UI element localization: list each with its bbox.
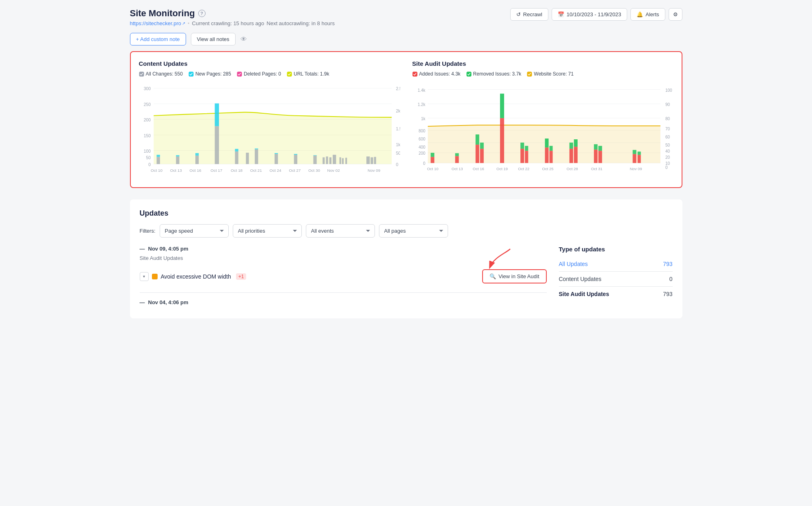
- divider-1: [140, 292, 547, 293]
- alerts-button[interactable]: 🔔 Alerts: [630, 8, 665, 21]
- svg-rect-108: [549, 151, 552, 163]
- svg-text:2.5k: 2.5k: [396, 86, 400, 91]
- arrow-annotation: 🔍 View in Site Audit: [482, 269, 546, 283]
- svg-rect-46: [333, 155, 336, 164]
- svg-text:100: 100: [665, 88, 672, 93]
- svg-rect-1: [189, 72, 193, 76]
- svg-text:150: 150: [143, 134, 151, 138]
- svg-rect-37: [274, 154, 277, 164]
- magnify-icon: 🔍: [489, 273, 496, 279]
- svg-rect-33: [235, 149, 238, 151]
- priority-indicator-1: [152, 274, 158, 279]
- date-range-button[interactable]: 📅 10/10/2023 - 11/9/2023: [552, 8, 627, 21]
- next-crawl: Next autocrawling: in 8 hours: [266, 20, 335, 26]
- separator-dot: •: [188, 20, 190, 26]
- svg-rect-107: [545, 138, 548, 147]
- settings-button[interactable]: ⚙: [669, 8, 682, 21]
- svg-rect-29: [195, 153, 198, 156]
- legend-all-changes-checkbox: [139, 71, 144, 77]
- svg-text:400: 400: [418, 145, 425, 149]
- svg-rect-118: [632, 154, 636, 163]
- updates-list: Nov 09, 4:05 pm Site Audit Updates ▾ Avo…: [140, 246, 547, 309]
- header-subtitle: https://sitechecker.pro • Current crawli…: [130, 20, 335, 26]
- content-updates-legend: All Changes: 550 New Pages: 285 Deleted …: [139, 71, 400, 77]
- site-audit-svg: 1.4k 1.2k 1k 800 600 400 200 0 100 90 80…: [412, 82, 673, 179]
- gear-icon: ⚙: [673, 11, 678, 17]
- alerts-label: Alerts: [645, 11, 659, 17]
- content-updates-chart-area: 300 250 200 150 100 50 0 2.5k 2k 1.5k 1k…: [139, 82, 400, 179]
- type-row-site-audit[interactable]: Site Audit Updates 793: [559, 288, 673, 300]
- svg-rect-2: [237, 72, 242, 76]
- update-name-1: Avoid excessive DOM width: [161, 273, 231, 280]
- svg-rect-92: [431, 157, 434, 163]
- svg-text:Oct 16: Oct 16: [472, 167, 484, 171]
- svg-text:Oct 16: Oct 16: [189, 168, 201, 173]
- svg-rect-113: [574, 139, 577, 147]
- svg-rect-40: [294, 154, 297, 155]
- help-icon[interactable]: ?: [198, 10, 206, 17]
- svg-rect-30: [214, 126, 219, 164]
- svg-rect-119: [632, 150, 636, 154]
- svg-rect-111: [569, 143, 573, 149]
- visibility-icon[interactable]: 👁: [240, 36, 247, 43]
- svg-text:0: 0: [423, 161, 425, 166]
- legend-website-score-checkbox: [527, 71, 532, 77]
- svg-rect-34: [246, 153, 249, 164]
- legend-deleted-pages: Deleted Pages: 0: [237, 71, 281, 77]
- svg-rect-42: [313, 155, 316, 156]
- svg-rect-35: [255, 149, 258, 164]
- type-row-all-updates[interactable]: All Updates 793: [559, 258, 673, 270]
- svg-rect-101: [500, 94, 504, 118]
- view-in-site-audit-button[interactable]: 🔍 View in Site Audit: [482, 269, 546, 283]
- svg-rect-3: [287, 72, 292, 76]
- svg-rect-26: [176, 156, 179, 164]
- site-url-link[interactable]: https://sitechecker.pro: [130, 20, 185, 26]
- svg-text:0: 0: [396, 162, 398, 167]
- site-audit-legend: Added Issues: 4.3k Removed Issues: 3.7k …: [412, 71, 673, 77]
- header-left: Site Monitoring ? https://sitechecker.pr…: [130, 8, 335, 26]
- updates-section: Updates Filters: Page speed All types Al…: [130, 199, 682, 318]
- legend-added-issues: Added Issues: 4.3k: [412, 71, 461, 77]
- legend-url-totals-checkbox: [287, 71, 292, 77]
- svg-text:Oct 17: Oct 17: [210, 168, 222, 173]
- svg-rect-105: [525, 146, 528, 151]
- filter-page-speed[interactable]: Page speed All types: [160, 224, 229, 238]
- svg-text:Nov 09: Nov 09: [368, 168, 381, 173]
- svg-rect-48: [342, 158, 343, 164]
- svg-text:Oct 24: Oct 24: [269, 168, 281, 173]
- type-of-updates-panel: Type of updates All Updates 793 Content …: [559, 246, 673, 309]
- svg-rect-98: [480, 149, 483, 163]
- svg-rect-99: [480, 143, 483, 149]
- view-all-notes-button[interactable]: View all notes: [191, 33, 236, 45]
- filter-priorities[interactable]: All priorities High Medium Low: [233, 224, 302, 238]
- svg-rect-28: [195, 156, 198, 164]
- svg-rect-44: [326, 156, 328, 164]
- svg-rect-114: [594, 149, 598, 163]
- svg-text:50: 50: [146, 156, 151, 160]
- svg-text:0: 0: [665, 165, 667, 170]
- svg-rect-102: [520, 149, 524, 163]
- notes-bar: + Add custom note View all notes 👁: [130, 33, 682, 45]
- recrawl-button[interactable]: ↺ Recrawl: [510, 8, 548, 21]
- update-item-1: ▾ Avoid excessive DOM width +1: [140, 265, 547, 288]
- svg-rect-104: [525, 151, 528, 163]
- expand-button-1[interactable]: ▾: [140, 272, 149, 281]
- svg-rect-24: [156, 157, 160, 164]
- type-count-site-audit: 793: [663, 291, 672, 297]
- svg-rect-117: [598, 146, 602, 151]
- page-header: Site Monitoring ? https://sitechecker.pr…: [130, 8, 682, 26]
- type-row-content-updates[interactable]: Content Updates 0: [559, 273, 673, 285]
- svg-text:0: 0: [148, 162, 151, 167]
- svg-text:1k: 1k: [421, 117, 426, 121]
- svg-rect-49: [345, 158, 347, 164]
- legend-website-score: Website Score: 71: [527, 71, 574, 77]
- svg-rect-116: [598, 151, 602, 163]
- filter-pages[interactable]: All pages: [379, 224, 448, 238]
- update-badge-1: +1: [236, 273, 247, 280]
- filter-events[interactable]: All events Added Removed: [306, 224, 375, 238]
- add-note-button[interactable]: + Add custom note: [130, 33, 186, 45]
- chevron-down-icon: ▾: [143, 274, 145, 279]
- svg-text:1.2k: 1.2k: [418, 102, 426, 107]
- type-count-content-updates: 0: [669, 276, 673, 282]
- type-divider-2: [559, 286, 673, 287]
